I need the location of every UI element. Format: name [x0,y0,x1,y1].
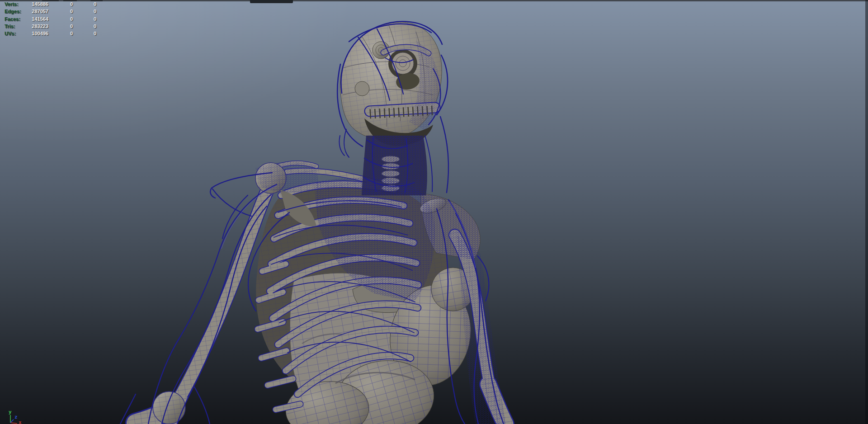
hud-value: 0 [73,8,96,15]
hud-value: 0 [48,0,73,8]
x-axis-label: x [19,419,22,424]
hud-value: 0 [48,30,73,37]
hud-value: 0 [48,23,73,30]
z-axis-line [10,419,14,423]
hud-value: 100496 [31,30,48,37]
viewport[interactable]: Verts:14588600 Edges:28705700 Faces:1415… [0,0,868,424]
hud-value: 287057 [31,8,48,15]
hud-value: 0 [73,0,96,8]
top-edge-trim [0,0,868,1]
top-trim-segment [63,0,77,1]
hud-value: 0 [48,8,73,15]
hud-label: Faces: [5,15,31,23]
hud-row-uvs: UVs:10049600 [5,30,96,37]
hud-value: 0 [73,30,96,37]
hud-value: 0 [73,23,96,30]
hud-label: UVs: [5,30,31,37]
poly-count-hud: Verts:14588600 Edges:28705700 Faces:1415… [5,0,96,37]
hud-value: 0 [73,15,96,23]
hud-label: Tris: [5,23,31,30]
right-edge-trim [865,0,868,424]
hud-value: 283223 [31,23,48,30]
view-axis-gizmo: y z x [1,396,33,424]
z-axis-label: z [14,414,18,420]
top-trim-segment [90,0,103,1]
hud-value: 145886 [31,0,48,8]
hud-row-edges: Edges:28705700 [5,8,96,15]
skeleton-model[interactable] [0,0,868,424]
top-trim-segment [42,0,59,1]
hud-label: Edges: [5,8,31,15]
hud-value: 141564 [31,15,48,23]
hud-row-verts: Verts:14588600 [5,0,96,8]
eyeball [392,52,414,74]
hud-label: Verts: [5,0,31,8]
hud-row-faces: Faces:14156400 [5,15,96,23]
hud-value: 0 [48,15,73,23]
y-axis-label: y [9,409,12,415]
hud-row-tris: Tris:28322300 [5,23,96,30]
top-trim-notch [250,0,293,3]
x-axis-line [10,423,17,424]
